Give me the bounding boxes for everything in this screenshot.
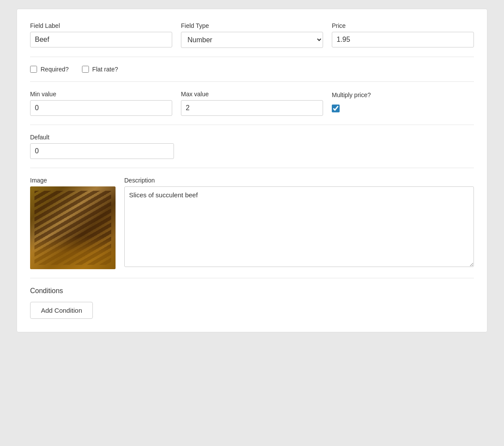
cutting-board-overlay [30,236,116,269]
description-label: Description [124,177,474,184]
flat-rate-label[interactable]: Flat rate? [92,66,118,73]
checkbox-row: Required? Flat rate? [30,66,474,73]
image-placeholder[interactable] [30,186,116,269]
default-label: Default [30,134,174,141]
flat-rate-checkbox[interactable] [82,66,89,73]
multiply-price-group: Multiply price? [332,91,474,116]
price-group: Price [332,22,474,48]
conditions-section: Conditions Add Condition [30,287,474,319]
multiply-price-label: Multiply price? [332,91,474,98]
description-textarea[interactable]: Slices of succulent beef [124,186,474,267]
image-description-row: Image Description Slices of succulent be… [30,177,474,269]
min-max-row: Min value Max value Multiply price? [30,91,474,116]
divider-3 [30,125,474,125]
field-type-select[interactable]: Text Number Select Checkbox Radio Textar… [181,32,323,48]
image-section: Image [30,177,116,269]
multiply-price-checkbox[interactable] [332,105,340,112]
field-row: Field Label Field Type Text Number Selec… [30,22,474,48]
divider-2 [30,81,474,82]
add-condition-button[interactable]: Add Condition [30,302,93,319]
flat-rate-item: Flat rate? [82,66,118,73]
field-label-group: Field Label [30,22,172,48]
description-section: Description Slices of succulent beef [124,177,474,269]
required-item: Required? [30,66,69,73]
field-type-label: Field Type [181,22,323,29]
min-value-group: Min value [30,91,172,116]
field-label-input[interactable] [30,32,172,47]
divider-4 [30,168,474,168]
beef-image [30,186,116,269]
min-value-input[interactable] [30,100,172,116]
required-checkbox[interactable] [30,66,37,73]
divider-5 [30,278,474,278]
field-type-group: Field Type Text Number Select Checkbox R… [181,22,323,48]
default-section: Default [30,134,474,159]
max-value-input[interactable] [181,100,323,116]
min-value-label: Min value [30,91,172,98]
max-value-label: Max value [181,91,323,98]
required-label[interactable]: Required? [41,66,69,73]
price-label: Price [332,22,474,29]
field-label-label: Field Label [30,22,172,29]
multiply-checkbox-row [332,101,474,116]
conditions-title: Conditions [30,287,474,295]
default-input[interactable] [30,143,174,159]
default-group: Default [30,134,174,159]
max-value-group: Max value [181,91,323,116]
price-input[interactable] [332,32,474,47]
form-card: Field Label Field Type Text Number Selec… [17,9,487,332]
image-label: Image [30,177,116,184]
divider-1 [30,57,474,57]
